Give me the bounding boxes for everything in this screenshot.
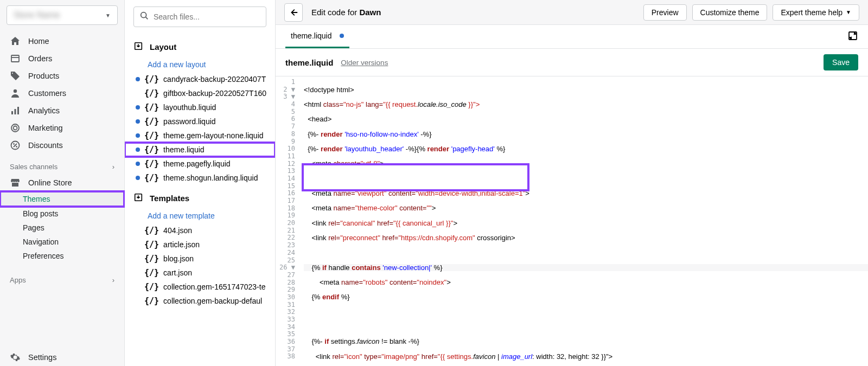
nav-label: Discounts: [28, 141, 63, 150]
svg-point-1: [14, 89, 17, 93]
code-braces-icon: {/}: [144, 173, 159, 183]
page-title: Edit code for Dawn: [311, 8, 381, 17]
modified-dot-icon: [136, 119, 140, 124]
nav-navigation[interactable]: Navigation: [0, 235, 124, 249]
file-item[interactable]: {/}blog.json: [125, 252, 275, 266]
code-braces-icon: {/}: [144, 88, 159, 98]
svg-rect-3: [15, 109, 16, 114]
line-gutter: 12 ▼3 ▼456789101112131415161718192021222…: [276, 76, 299, 366]
editor-tabs: theme.liquid: [276, 25, 868, 49]
editor-tab-active[interactable]: theme.liquid: [285, 25, 349, 48]
file-tree-panel: Layout Add a new layout {/}candyrack-bac…: [125, 0, 276, 366]
main-sidebar: Store Name ▼ Home Orders Products Custom…: [0, 0, 125, 366]
modified-dot-icon: [136, 77, 140, 81]
code-braces-icon: {/}: [144, 74, 159, 84]
nav-label: Orders: [28, 54, 52, 63]
add-layout-link[interactable]: Add a new layout: [125, 57, 275, 72]
code-braces-icon: {/}: [144, 268, 159, 278]
chevron-right-icon: ›: [112, 276, 114, 284]
expert-help-button[interactable]: Expert theme help▼: [773, 4, 859, 21]
analytics-icon: [10, 105, 21, 116]
customize-theme-button[interactable]: Customize theme: [692, 4, 768, 21]
nav-blog-posts[interactable]: Blog posts: [0, 207, 124, 221]
products-icon: [10, 70, 21, 81]
code-braces-icon: {/}: [144, 102, 159, 112]
section-label: Templates: [150, 194, 189, 203]
code-braces-icon: {/}: [144, 117, 159, 126]
code-editor[interactable]: 12 ▼3 ▼456789101112131415161718192021222…: [276, 76, 868, 366]
file-name: theme.liquid: [163, 145, 205, 154]
nav-analytics[interactable]: Analytics: [0, 102, 124, 119]
modified-dot-icon: [136, 162, 140, 166]
add-template-link[interactable]: Add a new template: [125, 208, 275, 223]
store-icon: [10, 177, 21, 188]
layout-section-header[interactable]: Layout: [125, 34, 275, 57]
code-braces-icon: {/}: [144, 282, 159, 292]
home-icon: [10, 36, 21, 47]
nav-products[interactable]: Products: [0, 67, 124, 85]
file-item[interactable]: {/}candyrack-backup-20220407T: [125, 72, 275, 86]
code-braces-icon: {/}: [144, 226, 159, 235]
modified-dot-icon: [340, 34, 344, 38]
file-search[interactable]: [133, 7, 266, 27]
modified-dot-icon: [136, 105, 140, 110]
older-versions-link[interactable]: Older versions: [341, 59, 388, 67]
nav-settings[interactable]: Settings: [0, 349, 124, 366]
expand-icon[interactable]: [847, 30, 858, 43]
preview-button[interactable]: Preview: [643, 4, 687, 21]
code-braces-icon: {/}: [144, 296, 159, 306]
chevron-right-icon: ›: [112, 163, 114, 171]
svg-point-8: [141, 12, 146, 18]
file-item[interactable]: {/}article.json: [125, 237, 275, 252]
nav-discounts[interactable]: Discounts: [0, 137, 124, 154]
modified-dot-icon: [136, 133, 140, 138]
nav-label: Apps: [10, 276, 26, 284]
nav-apps-header[interactable]: Apps ›: [0, 269, 124, 287]
svg-point-6: [14, 126, 17, 130]
nav-customers[interactable]: Customers: [0, 85, 124, 102]
file-item[interactable]: {/}theme.shogun.landing.liquid: [125, 171, 275, 185]
code-braces-icon: {/}: [144, 131, 159, 140]
file-item[interactable]: {/}password.liquid: [125, 114, 275, 129]
file-item[interactable]: {/}layouthub.liquid: [125, 100, 275, 114]
svg-rect-2: [11, 111, 13, 114]
store-name: Store Name: [14, 10, 60, 20]
modified-dot-icon: [136, 147, 140, 152]
file-name: article.json: [163, 240, 200, 249]
save-button[interactable]: Save: [824, 54, 858, 70]
nav-label: Online Store: [28, 178, 72, 187]
nav-marketing[interactable]: Marketing: [0, 119, 124, 137]
nav-orders[interactable]: Orders: [0, 50, 124, 67]
file-name: blog.json: [163, 254, 194, 263]
nav-online-store[interactable]: Online Store: [0, 174, 124, 191]
file-item[interactable]: {/}collection.gem-backup-defaul: [125, 294, 275, 308]
nav-label: Analytics: [28, 106, 60, 115]
file-item[interactable]: {/}theme.pagefly.liquid: [125, 157, 275, 171]
file-item[interactable]: {/}collection.gem-1651747023-te: [125, 280, 275, 294]
file-item[interactable]: {/}theme.liquid: [125, 143, 275, 157]
nav-sales-channels-header[interactable]: Sales channels ›: [0, 156, 124, 174]
code-lines[interactable]: <!doctype html> <html class="no-js" lang…: [299, 76, 868, 366]
nav-themes[interactable]: Themes: [0, 191, 124, 207]
nav-label: Marketing: [28, 124, 63, 132]
file-item[interactable]: {/}cart.json: [125, 266, 275, 280]
svg-rect-4: [17, 107, 19, 114]
nav-label: Products: [28, 72, 59, 80]
file-name: cart.json: [163, 268, 192, 277]
nav-home[interactable]: Home: [0, 33, 124, 50]
gear-icon: [10, 352, 21, 363]
nav-pages[interactable]: Pages: [0, 221, 124, 235]
store-selector[interactable]: Store Name ▼: [7, 5, 118, 25]
back-button[interactable]: [284, 3, 303, 22]
code-braces-icon: {/}: [144, 240, 159, 249]
file-name: password.liquid: [163, 117, 216, 126]
templates-section-header[interactable]: Templates: [125, 185, 275, 208]
file-item[interactable]: {/}giftbox-backup-20220527T160: [125, 86, 275, 100]
nav-preferences[interactable]: Preferences: [0, 249, 124, 263]
file-item[interactable]: {/}404.json: [125, 223, 275, 237]
editor-panel: Edit code for Dawn Preview Customize the…: [276, 0, 868, 366]
file-name: theme.liquid: [285, 58, 333, 67]
file-name: layouthub.liquid: [163, 103, 216, 112]
file-search-input[interactable]: [154, 12, 260, 21]
file-item[interactable]: {/}theme.gem-layout-none.liquid: [125, 129, 275, 143]
